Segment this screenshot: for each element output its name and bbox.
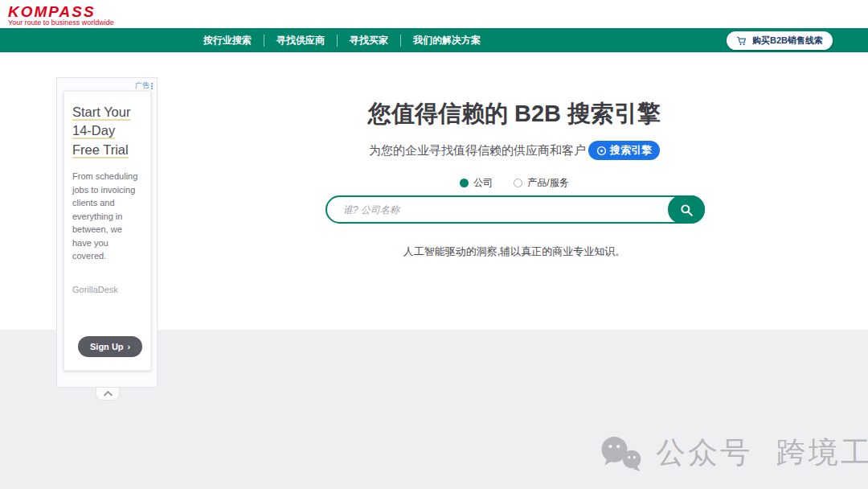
badge-label: 搜索引擎	[610, 143, 652, 158]
nav-search-by-industry[interactable]: 按行业搜索	[191, 34, 264, 47]
search-icon	[679, 203, 694, 217]
search-bar	[326, 195, 705, 224]
radio-products-services[interactable]: 产品/服务	[514, 176, 568, 190]
search-button[interactable]	[668, 195, 705, 224]
ad-widget: 广告 Start Your 14-Day Free Trial From sch…	[56, 77, 158, 388]
radio-selected-icon	[460, 179, 469, 187]
radio-company-label: 公司	[473, 176, 493, 190]
ad-options-icon[interactable]	[151, 83, 153, 89]
ad-card[interactable]: Start Your 14-Day Free Trial From schedu…	[63, 91, 151, 371]
radio-unselected-icon	[514, 179, 522, 187]
cart-icon	[736, 35, 747, 47]
sign-up-label: Sign Up	[90, 342, 124, 351]
radio-company[interactable]: 公司	[460, 176, 493, 190]
buy-b2b-leads-button[interactable]: 购买B2B销售线索	[727, 31, 833, 50]
radio-products-label: 产品/服务	[527, 176, 568, 190]
hero-subtitle-row: 为您的企业寻找值得信赖的供应商和客户 搜索引擎	[161, 141, 868, 160]
target-icon	[596, 146, 607, 156]
nav-links: 按行业搜索 寻找供应商 寻找买家 我们的解决方案	[191, 28, 493, 52]
ai-tagline: 人工智能驱动的洞察,辅以真正的商业专业知识。	[161, 244, 868, 259]
nav-find-buyers[interactable]: 寻找买家	[338, 34, 400, 47]
main-navbar: 按行业搜索 寻找供应商 寻找买家 我们的解决方案 购买B2B销售线索	[0, 28, 868, 52]
buy-leads-label: 购买B2B销售线索	[752, 35, 823, 47]
top-header: KOMPASS Your route to business worldwide	[0, 0, 868, 28]
page: KOMPASS Your route to business worldwide…	[0, 0, 868, 489]
ad-title: Start Your 14-Day Free Trial	[72, 103, 142, 159]
nav-our-solutions[interactable]: 我们的解决方案	[401, 34, 493, 47]
search-input[interactable]	[326, 195, 705, 224]
chevron-up-icon	[103, 391, 113, 397]
nav-find-suppliers[interactable]: 寻找供应商	[264, 34, 337, 47]
chevron-right-icon: ›	[128, 342, 131, 351]
hero-subtitle: 为您的企业寻找值得信赖的供应商和客户	[369, 143, 586, 158]
search-engine-badge[interactable]: 搜索引擎	[588, 141, 660, 160]
ad-label: 广告	[135, 80, 149, 91]
ad-advertiser: GorillaDesk	[72, 285, 118, 294]
ad-body: From scheduling jobs to invoicing client…	[72, 170, 142, 263]
ad-collapse-tab[interactable]	[96, 388, 120, 401]
page-title: 您值得信赖的 B2B 搜索引擎	[161, 98, 868, 130]
search-type-radios: 公司 产品/服务	[161, 176, 868, 190]
sign-up-button[interactable]: Sign Up ›	[78, 336, 142, 357]
logo-tagline: Your route to business worldwide	[8, 18, 114, 27]
